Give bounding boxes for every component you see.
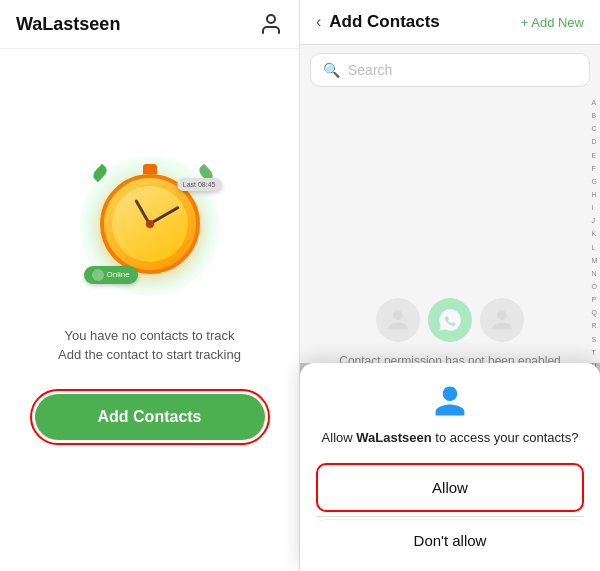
profile-icon[interactable] bbox=[259, 12, 283, 36]
dialog-divider bbox=[316, 516, 584, 517]
search-icon: 🔍 bbox=[323, 62, 340, 78]
clock-crown bbox=[143, 164, 157, 174]
permission-dialog: Allow WaLastseen to access your contacts… bbox=[300, 363, 600, 571]
left-header: WaLastseen bbox=[0, 0, 299, 49]
add-new-button[interactable]: + Add New bbox=[521, 15, 584, 30]
last-seen-badge: Last 08:45 bbox=[177, 178, 222, 191]
permission-dialog-overlay: Allow WaLastseen to access your contacts… bbox=[300, 363, 600, 571]
allow-button-wrapper: Allow bbox=[316, 463, 584, 512]
search-bar[interactable]: 🔍 Search bbox=[310, 53, 590, 87]
right-header-left: ‹ Add Contacts bbox=[316, 12, 440, 32]
app-title: WaLastseen bbox=[16, 14, 120, 35]
dialog-contacts-icon bbox=[432, 383, 468, 419]
search-input[interactable]: Search bbox=[348, 62, 392, 78]
left-panel: WaLastseen Last 08:45 Online bbox=[0, 0, 300, 571]
online-avatar bbox=[92, 269, 104, 281]
svg-point-0 bbox=[267, 15, 275, 23]
clock-illustration: Last 08:45 Online bbox=[70, 146, 230, 306]
no-contacts-text: You have no contacts to track Add the co… bbox=[58, 326, 241, 365]
online-badge: Online bbox=[84, 266, 138, 284]
hand-center bbox=[146, 220, 154, 228]
whatsapp-deco-icon bbox=[428, 298, 472, 342]
right-header: ‹ Add Contacts + Add New bbox=[300, 0, 600, 45]
person-deco-icon-1 bbox=[376, 298, 420, 342]
add-contacts-button-wrapper: Add Contacts bbox=[30, 389, 270, 445]
add-contacts-button[interactable]: Add Contacts bbox=[35, 394, 265, 440]
right-panel: ‹ Add Contacts + Add New 🔍 Search bbox=[300, 0, 600, 571]
dialog-message: Allow WaLastseen to access your contacts… bbox=[316, 429, 584, 447]
back-icon[interactable]: ‹ bbox=[316, 13, 321, 31]
person-deco-icon-2 bbox=[480, 298, 524, 342]
deny-button[interactable]: Don't allow bbox=[316, 519, 584, 561]
empty-contacts-display: Contact permission has not been enabled bbox=[339, 298, 560, 368]
dialog-icon-area bbox=[316, 383, 584, 419]
right-panel-title: Add Contacts bbox=[329, 12, 440, 32]
allow-button[interactable]: Allow bbox=[320, 467, 580, 508]
decorative-icons bbox=[376, 298, 524, 342]
illustration-area: Last 08:45 Online You have no contacts t… bbox=[10, 49, 290, 571]
